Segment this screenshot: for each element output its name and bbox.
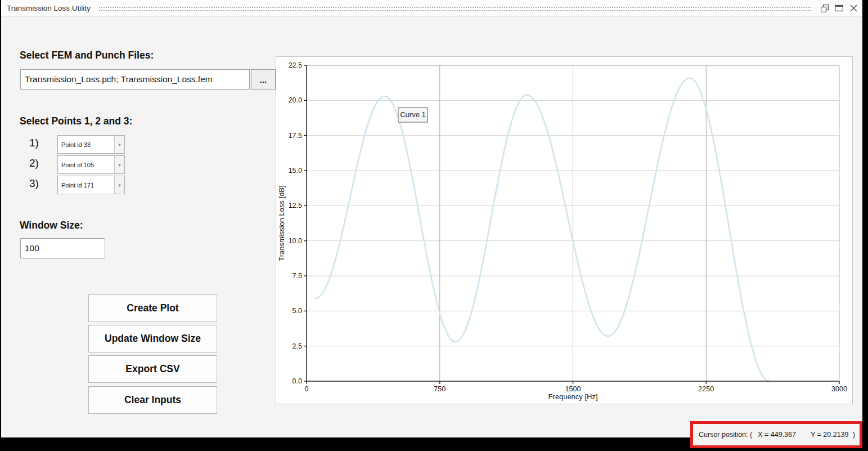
create-plot-button[interactable]: Create Plot bbox=[88, 294, 217, 322]
point2-dropdown[interactable]: Point id 105 ▾ bbox=[57, 155, 125, 174]
point2-dropdown-value: Point id 105 bbox=[58, 156, 114, 173]
chevron-down-icon[interactable]: ▾ bbox=[114, 176, 124, 194]
svg-text:Frequency [Hz]: Frequency [Hz] bbox=[548, 392, 597, 401]
svg-text:15.0: 15.0 bbox=[289, 167, 302, 175]
svg-text:0: 0 bbox=[305, 385, 309, 393]
svg-text:1500: 1500 bbox=[565, 385, 581, 393]
chart-panel: 0.02.55.07.510.012.515.017.520.022.50750… bbox=[276, 56, 853, 404]
title-bar[interactable]: Transmission Loss Utility bbox=[1, 0, 862, 17]
svg-text:0.0: 0.0 bbox=[293, 377, 302, 385]
transmission-loss-chart[interactable]: 0.02.55.07.510.012.515.017.520.022.50750… bbox=[276, 57, 852, 403]
point1-label: 1) bbox=[29, 137, 39, 149]
svg-text:12.5: 12.5 bbox=[289, 202, 302, 209]
svg-text:17.5: 17.5 bbox=[289, 132, 302, 140]
cursor-x-readout: X = 449.367 bbox=[758, 431, 796, 439]
points-section-heading: Select Points 1, 2 and 3: bbox=[20, 115, 132, 127]
svg-text:Transmission Loss [dB]: Transmission Loss [dB] bbox=[277, 185, 286, 261]
maximize-icon[interactable] bbox=[835, 4, 843, 12]
cursor-y-readout: Y = 20.2139 bbox=[811, 431, 849, 439]
clear-inputs-button[interactable]: Clear Inputs bbox=[88, 386, 217, 414]
svg-text:7.5: 7.5 bbox=[293, 272, 302, 280]
file-path-input[interactable]: Transmission_Loss.pch; Transmission_Loss… bbox=[20, 69, 250, 90]
svg-text:2250: 2250 bbox=[698, 385, 714, 393]
browse-files-button[interactable]: ... bbox=[251, 69, 276, 90]
point3-label: 3) bbox=[29, 177, 39, 190]
cursor-position-suffix: ) bbox=[853, 431, 855, 439]
chevron-down-icon[interactable]: ▾ bbox=[114, 136, 124, 153]
svg-text:750: 750 bbox=[434, 385, 446, 393]
cursor-position-highlight-box: Cursor position: ( X = 449.367 Y = 20.21… bbox=[690, 421, 862, 448]
chevron-down-icon[interactable]: ▾ bbox=[114, 156, 124, 173]
file-section-heading: Select FEM and Punch Files: bbox=[20, 50, 154, 61]
svg-text:20.0: 20.0 bbox=[289, 96, 302, 104]
point3-dropdown-value: Point id 171 bbox=[58, 176, 114, 194]
svg-text:2.5: 2.5 bbox=[293, 342, 302, 350]
svg-text:22.5: 22.5 bbox=[289, 61, 302, 69]
app-window: Transmission Loss Utility bbox=[1, 0, 862, 437]
point1-dropdown[interactable]: Point id 33 ▾ bbox=[57, 135, 125, 154]
svg-text:3000: 3000 bbox=[831, 385, 847, 393]
window-title: Transmission Loss Utility bbox=[7, 4, 91, 12]
point3-dropdown[interactable]: Point id 171 ▾ bbox=[57, 176, 125, 194]
screen: Transmission Loss Utility bbox=[0, 0, 868, 451]
svg-text:Curve 1: Curve 1 bbox=[400, 110, 426, 119]
svg-text:5.0: 5.0 bbox=[293, 307, 302, 315]
point2-label: 2) bbox=[29, 157, 39, 169]
svg-text:10.0: 10.0 bbox=[289, 237, 302, 245]
point1-dropdown-value: Point id 33 bbox=[58, 136, 114, 153]
window-size-heading: Window Size: bbox=[20, 220, 83, 231]
window-controls bbox=[820, 4, 858, 12]
titlebar-dots-texture bbox=[98, 6, 812, 11]
close-icon[interactable] bbox=[849, 4, 858, 12]
export-csv-button[interactable]: Export CSV bbox=[88, 355, 217, 383]
cursor-position-prefix: Cursor position: ( bbox=[699, 431, 752, 439]
update-window-size-button[interactable]: Update Window Size bbox=[88, 325, 217, 352]
restore-icon[interactable] bbox=[820, 4, 829, 12]
window-size-input[interactable]: 100 bbox=[20, 238, 105, 258]
